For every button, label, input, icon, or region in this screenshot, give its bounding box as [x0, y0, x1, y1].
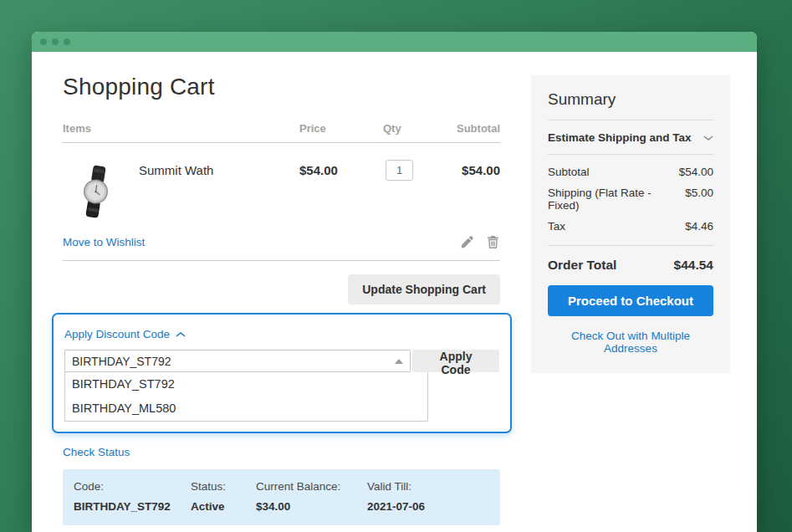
- total-row-tax: Tax $4.46: [548, 216, 713, 237]
- cart-main-column: Shopping Cart Items Price Qty Subtotal: [63, 52, 500, 525]
- summary-panel: Summary Estimate Shipping and Tax Subtot…: [531, 75, 730, 373]
- page-title: Shopping Cart: [63, 72, 500, 102]
- update-cart-button[interactable]: Update Shopping Cart: [348, 274, 500, 304]
- shipping-value: $5.00: [685, 187, 713, 212]
- cart-item-row: Summit Wath $54.00 $54.00: [63, 143, 500, 218]
- window-dot-minimize-icon[interactable]: [52, 38, 59, 45]
- total-row-shipping: Shipping (Flat Rate - Fixed) $5.00: [548, 182, 713, 216]
- product-image-watch[interactable]: [75, 165, 115, 218]
- discount-code-section: Apply Discount Code Apply Code BIRTHDAY_…: [52, 313, 512, 433]
- estimate-shipping-toggle[interactable]: Estimate Shipping and Tax: [548, 120, 713, 155]
- coupon-row: Apply Code: [64, 350, 499, 372]
- col-header-subtotal: Subtotal: [442, 122, 500, 135]
- coupon-status-box: Code: BIRTHDAY_ST792 Status: Active Curr…: [63, 469, 500, 525]
- product-price: $54.00: [299, 160, 383, 177]
- move-to-wishlist-link[interactable]: Move to Wishlist: [63, 236, 145, 248]
- balance-label: Current Balance:: [256, 480, 367, 493]
- tax-value: $4.46: [685, 220, 713, 233]
- col-header-qty: Qty: [383, 122, 442, 135]
- subtotal-label: Subtotal: [548, 166, 590, 178]
- discount-code-dropdown: BIRTHDAY_ST792 BIRTHDAY_ML580: [64, 372, 428, 422]
- window-dot-close-icon[interactable]: [40, 38, 47, 45]
- coupon-combo: [64, 350, 411, 372]
- totals-list: Subtotal $54.00 Shipping (Flat Rate - Fi…: [548, 155, 713, 246]
- status-col-valid: Valid Till: 2021-07-06: [367, 480, 500, 513]
- product-name[interactable]: Summit Wath: [139, 160, 213, 218]
- estimate-shipping-label: Estimate Shipping and Tax: [548, 131, 692, 144]
- summary-title: Summary: [548, 90, 713, 120]
- subtotal-value: $54.00: [679, 166, 713, 178]
- dropdown-option[interactable]: BIRTHDAY_ML580: [65, 396, 427, 421]
- trash-icon[interactable]: [486, 235, 500, 249]
- window-titlebar: [32, 32, 757, 52]
- proceed-to-checkout-button[interactable]: Proceed to Checkout: [548, 285, 713, 316]
- apply-discount-label: Apply Discount Code: [64, 328, 170, 340]
- status-col-code: Code: BIRTHDAY_ST792: [74, 480, 191, 513]
- order-total-row: Order Total $44.54: [548, 246, 713, 285]
- status-col-status: Status: Active: [191, 480, 256, 513]
- cart-table-header: Items Price Qty Subtotal: [63, 122, 500, 143]
- apply-discount-toggle[interactable]: Apply Discount Code: [64, 328, 186, 340]
- balance-value: $34.00: [256, 500, 367, 513]
- valid-till-label: Valid Till:: [367, 480, 500, 493]
- total-row-subtotal: Subtotal $54.00: [548, 161, 713, 182]
- col-header-items: Items: [63, 122, 299, 135]
- status-value: Active: [191, 500, 256, 513]
- multi-address-checkout-link[interactable]: Check Out with Multiple Addresses: [548, 330, 713, 355]
- item-action-icons: [460, 235, 500, 249]
- product-subtotal: $54.00: [442, 160, 500, 177]
- pencil-icon[interactable]: [460, 235, 474, 249]
- code-label: Code:: [74, 480, 191, 493]
- check-status-link[interactable]: Check Status: [63, 446, 130, 458]
- code-value: BIRTHDAY_ST792: [74, 500, 191, 513]
- dropdown-option[interactable]: BIRTHDAY_ST792: [65, 372, 427, 396]
- col-header-price: Price: [299, 122, 383, 135]
- item-actions-row: Move to Wishlist: [63, 235, 500, 261]
- caret-up-icon[interactable]: [395, 359, 403, 364]
- order-total-label: Order Total: [548, 258, 616, 273]
- status-col-balance: Current Balance: $34.00: [256, 480, 367, 513]
- cart-buttons-row: Update Shopping Cart: [63, 274, 500, 304]
- chevron-down-icon: [703, 135, 713, 141]
- chevron-up-icon: [176, 331, 186, 338]
- order-total-value: $44.54: [674, 258, 713, 273]
- shipping-label: Shipping (Flat Rate - Fixed): [548, 187, 685, 212]
- window-dot-maximize-icon[interactable]: [64, 38, 70, 45]
- item-cell: Summit Wath: [63, 160, 299, 218]
- apply-code-button[interactable]: Apply Code: [412, 350, 499, 372]
- status-label: Status:: [191, 480, 256, 493]
- valid-till-value: 2021-07-06: [367, 500, 500, 513]
- discount-code-input[interactable]: [64, 350, 411, 372]
- tax-label: Tax: [548, 220, 565, 233]
- qty-input[interactable]: [386, 160, 413, 181]
- app-window: Shopping Cart Items Price Qty Subtotal: [32, 32, 757, 532]
